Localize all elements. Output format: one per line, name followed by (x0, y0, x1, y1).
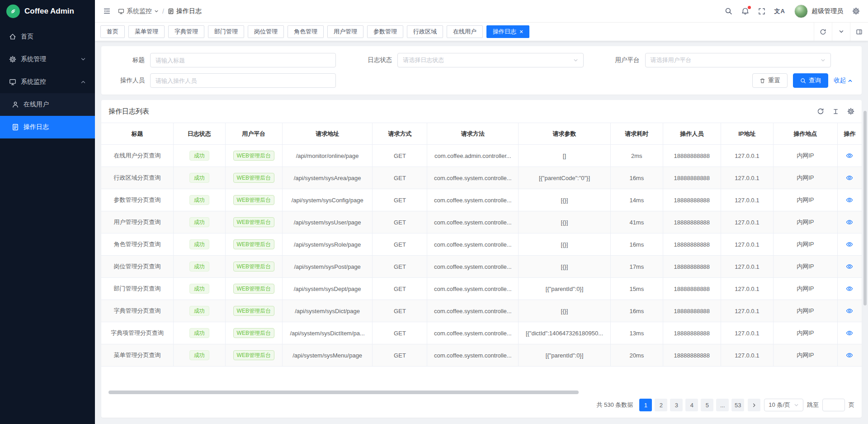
page-ellipsis[interactable]: ... (716, 399, 729, 411)
cell-action (837, 145, 862, 167)
cell-title: 岗位管理分页查询 (101, 256, 173, 278)
tab-6[interactable]: 用户管理 (327, 25, 363, 38)
cell-params: [{"parentCode":"0"}] (519, 167, 611, 189)
fullscreen-icon[interactable] (758, 8, 765, 15)
view-detail-eye-icon[interactable] (846, 329, 853, 337)
view-detail-eye-icon[interactable] (846, 263, 853, 270)
status-tag: 成功 (189, 239, 209, 249)
settings-gear-icon[interactable] (852, 7, 860, 15)
logo-leaf-icon (6, 5, 20, 18)
tab-7[interactable]: 参数管理 (367, 25, 403, 38)
view-detail-eye-icon[interactable] (846, 352, 853, 359)
row-height-icon[interactable] (832, 108, 839, 115)
tab-2[interactable]: 字典管理 (168, 25, 204, 38)
cell-function: com.coffee.system.controlle... (427, 189, 519, 211)
horizontal-scrollbar-thumb[interactable] (108, 391, 579, 394)
tab-10[interactable]: 操作日志× (486, 25, 529, 38)
cell-params: [] (519, 145, 611, 167)
sidebar-item-home[interactable]: 首页 (0, 25, 95, 48)
tab-close-icon[interactable]: × (519, 29, 523, 35)
table-header-row: 标题 日志状态 用户平台 请求地址 请求方式 请求方法 请求参数 请求耗时 操作… (101, 123, 862, 145)
app-title: Coffee Admin (24, 7, 74, 16)
sidebar-item-operation-log[interactable]: 操作日志 (0, 116, 95, 138)
col-header-ip: IP地址 (721, 123, 773, 145)
view-detail-eye-icon[interactable] (846, 285, 853, 292)
user-menu[interactable]: 超级管理员 (794, 5, 843, 18)
view-detail-eye-icon[interactable] (846, 241, 853, 248)
view-detail-eye-icon[interactable] (846, 219, 853, 226)
cell-ip: 127.0.0.1 (721, 211, 773, 233)
status-tag: 成功 (189, 350, 209, 360)
tab-label: 用户管理 (334, 28, 357, 36)
jump-page-input[interactable] (822, 399, 845, 411)
cell-function: com.coffee.system.controlle... (427, 278, 519, 300)
status-select-placeholder: 请选择日志状态 (403, 56, 444, 64)
filter-group-title: 标题 (110, 53, 358, 67)
cell-params: [{}] (519, 233, 611, 256)
column-settings-gear-icon[interactable] (847, 108, 854, 115)
view-detail-eye-icon[interactable] (846, 196, 853, 204)
page-button-53[interactable]: 53 (731, 399, 744, 411)
view-detail-eye-icon[interactable] (846, 152, 853, 159)
notification-bell-icon[interactable] (741, 7, 749, 15)
cell-url: /api/monitor/online/page (282, 145, 373, 167)
query-button[interactable]: 查询 (793, 73, 828, 88)
view-detail-eye-icon[interactable] (846, 307, 853, 314)
layout-columns-icon[interactable] (850, 23, 868, 41)
search-icon[interactable] (725, 7, 732, 15)
tab-0[interactable]: 首页 (100, 25, 125, 38)
refresh-icon[interactable] (814, 23, 832, 41)
page-button-4[interactable]: 4 (685, 399, 698, 411)
tab-8[interactable]: 行政区域 (407, 25, 443, 38)
tab-controls (814, 23, 868, 41)
collapse-menu-icon[interactable] (103, 7, 111, 15)
page-button-3[interactable]: 3 (670, 399, 683, 411)
cell-platform: WEB管理后台 (225, 344, 282, 367)
platform-tag: WEB管理后台 (233, 306, 274, 316)
next-page-button[interactable] (748, 399, 760, 411)
cell-status: 成功 (173, 344, 225, 367)
cell-method: GET (373, 145, 427, 167)
chevron-down-icon[interactable] (832, 23, 850, 41)
tab-5[interactable]: 角色管理 (288, 25, 324, 38)
page-size-select[interactable]: 10 条/页 (764, 399, 803, 411)
translate-icon[interactable]: 文A (774, 7, 785, 15)
cell-platform: WEB管理后台 (225, 233, 282, 256)
tab-4[interactable]: 岗位管理 (248, 25, 284, 38)
breadcrumb-item-monitor[interactable]: 系统监控 (118, 7, 159, 15)
sidebar: Coffee Admin 首页 系统管理 系统监控 (0, 0, 95, 424)
cell-method: GET (373, 211, 427, 233)
sidebar-item-system-management[interactable]: 系统管理 (0, 48, 95, 71)
page-button-2[interactable]: 2 (655, 399, 667, 411)
view-detail-eye-icon[interactable] (846, 174, 853, 181)
vertical-scrollbar-thumb[interactable] (863, 111, 867, 305)
cell-duration: 41ms (610, 211, 663, 233)
page-button-5[interactable]: 5 (701, 399, 713, 411)
chevron-up-icon (848, 78, 853, 83)
status-select[interactable]: 请选择日志状态 (397, 53, 583, 67)
col-header-url: 请求地址 (282, 123, 373, 145)
filter-group-status: 日志状态 请选择日志状态 (358, 53, 605, 67)
operator-input[interactable] (150, 73, 336, 88)
tab-3[interactable]: 部门管理 (208, 25, 244, 38)
status-tag: 成功 (189, 262, 209, 272)
platform-select[interactable]: 请选择用户平台 (645, 53, 831, 67)
tab-9[interactable]: 在线用户 (447, 25, 483, 38)
cell-function: com.coffee.system.controlle... (427, 300, 519, 322)
title-input[interactable] (150, 53, 336, 67)
avatar[interactable] (794, 5, 808, 18)
col-header-method: 请求方式 (373, 123, 427, 145)
col-header-duration: 请求耗时 (610, 123, 663, 145)
cell-status: 成功 (173, 189, 225, 211)
sidebar-item-online-users[interactable]: 在线用户 (0, 93, 95, 116)
table-row-8: 字典项管理分页查询成功WEB管理后台/api/system/sysDictIte… (101, 322, 862, 344)
collapse-filter-link[interactable]: 收起 (834, 76, 853, 85)
reset-button[interactable]: 重置 (752, 73, 788, 88)
cell-operator: 18888888888 (663, 278, 721, 300)
sidebar-item-system-monitor[interactable]: 系统监控 (0, 71, 95, 93)
tab-1[interactable]: 菜单管理 (128, 25, 165, 38)
refresh-icon[interactable] (817, 108, 824, 115)
cell-ip: 127.0.0.1 (721, 167, 773, 189)
chevron-down-icon (154, 9, 159, 14)
page-button-1[interactable]: 1 (639, 399, 652, 411)
